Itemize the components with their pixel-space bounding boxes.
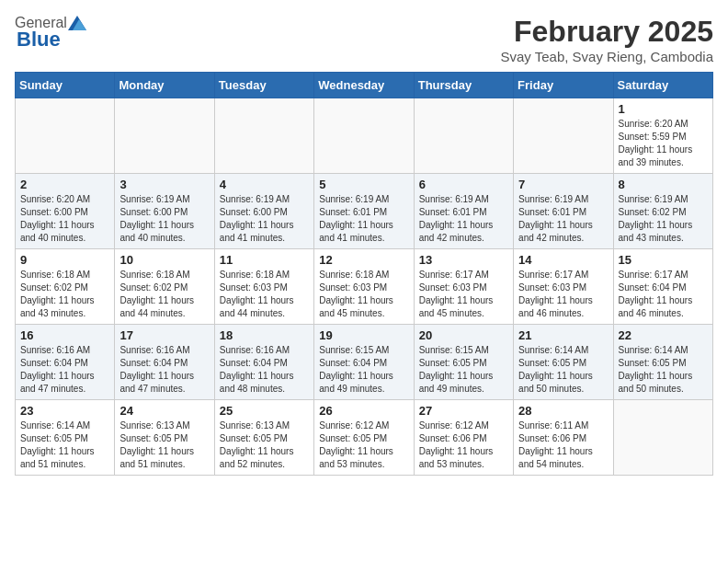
calendar-day-cell: 20Sunrise: 6:15 AM Sunset: 6:05 PM Dayli… [414, 325, 513, 400]
day-number: 17 [119, 328, 209, 342]
weekday-header-saturday: Saturday [613, 73, 712, 98]
calendar-day-cell: 23Sunrise: 6:14 AM Sunset: 6:05 PM Dayli… [16, 400, 115, 476]
calendar-day-cell: 15Sunrise: 6:17 AM Sunset: 6:04 PM Dayli… [613, 249, 712, 325]
day-number: 25 [220, 404, 309, 418]
day-number: 10 [119, 253, 209, 267]
calendar-day-cell: 4Sunrise: 6:19 AM Sunset: 6:00 PM Daylig… [214, 174, 313, 249]
day-info: Sunrise: 6:19 AM Sunset: 6:01 PM Dayligh… [419, 193, 508, 245]
calendar-day-cell: 24Sunrise: 6:13 AM Sunset: 6:05 PM Dayli… [115, 400, 214, 476]
day-info: Sunrise: 6:17 AM Sunset: 6:04 PM Dayligh… [619, 269, 708, 320]
calendar-week-row: 9Sunrise: 6:18 AM Sunset: 6:02 PM Daylig… [16, 249, 713, 325]
day-info: Sunrise: 6:12 AM Sunset: 6:05 PM Dayligh… [319, 419, 408, 471]
calendar-day-cell: 27Sunrise: 6:12 AM Sunset: 6:06 PM Dayli… [414, 400, 513, 476]
day-number: 18 [220, 328, 309, 342]
weekday-header-tuesday: Tuesday [214, 73, 313, 98]
calendar-day-cell: 28Sunrise: 6:11 AM Sunset: 6:06 PM Dayli… [514, 400, 613, 476]
calendar-day-cell: 17Sunrise: 6:16 AM Sunset: 6:04 PM Dayli… [115, 325, 214, 400]
day-info: Sunrise: 6:13 AM Sunset: 6:05 PM Dayligh… [119, 419, 209, 471]
day-info: Sunrise: 6:19 AM Sunset: 6:02 PM Dayligh… [619, 193, 708, 245]
day-info: Sunrise: 6:16 AM Sunset: 6:04 PM Dayligh… [20, 344, 109, 396]
day-number: 16 [20, 328, 109, 342]
day-number: 14 [518, 253, 608, 267]
calendar-day-cell: 22Sunrise: 6:14 AM Sunset: 6:05 PM Dayli… [613, 325, 712, 400]
day-info: Sunrise: 6:19 AM Sunset: 6:00 PM Dayligh… [119, 193, 209, 245]
calendar-day-cell: 16Sunrise: 6:16 AM Sunset: 6:04 PM Dayli… [16, 325, 115, 400]
calendar-day-cell [514, 98, 613, 174]
day-info: Sunrise: 6:13 AM Sunset: 6:05 PM Dayligh… [220, 419, 309, 471]
day-info: Sunrise: 6:15 AM Sunset: 6:05 PM Dayligh… [419, 344, 508, 396]
title-block: February 2025 Svay Teab, Svay Rieng, Cam… [500, 15, 713, 64]
day-info: Sunrise: 6:14 AM Sunset: 6:05 PM Dayligh… [20, 419, 109, 471]
day-info: Sunrise: 6:14 AM Sunset: 6:05 PM Dayligh… [518, 344, 608, 396]
calendar-week-row: 23Sunrise: 6:14 AM Sunset: 6:05 PM Dayli… [16, 400, 713, 476]
logo: General Blue [15, 15, 87, 52]
day-number: 27 [419, 404, 508, 418]
day-info: Sunrise: 6:17 AM Sunset: 6:03 PM Dayligh… [518, 269, 608, 320]
day-number: 12 [319, 253, 408, 267]
day-info: Sunrise: 6:16 AM Sunset: 6:04 PM Dayligh… [119, 344, 209, 396]
calendar-day-cell [414, 98, 513, 174]
weekday-header-sunday: Sunday [16, 73, 115, 98]
calendar-day-cell [16, 98, 115, 174]
day-number: 21 [518, 328, 608, 342]
day-number: 24 [119, 404, 209, 418]
day-number: 15 [619, 253, 708, 267]
day-number: 23 [20, 404, 109, 418]
day-info: Sunrise: 6:18 AM Sunset: 6:03 PM Dayligh… [220, 269, 309, 320]
calendar-day-cell: 7Sunrise: 6:19 AM Sunset: 6:01 PM Daylig… [514, 174, 613, 249]
day-info: Sunrise: 6:19 AM Sunset: 6:01 PM Dayligh… [319, 193, 408, 245]
calendar-day-cell [115, 98, 214, 174]
day-number: 4 [220, 178, 309, 191]
day-info: Sunrise: 6:20 AM Sunset: 6:00 PM Dayligh… [20, 193, 109, 245]
day-number: 13 [419, 253, 508, 267]
day-number: 1 [619, 102, 708, 116]
day-info: Sunrise: 6:11 AM Sunset: 6:06 PM Dayligh… [518, 419, 608, 471]
day-number: 8 [619, 178, 708, 191]
weekday-header-friday: Friday [514, 73, 613, 98]
weekday-header-monday: Monday [115, 73, 214, 98]
day-number: 20 [419, 328, 508, 342]
day-info: Sunrise: 6:15 AM Sunset: 6:04 PM Dayligh… [319, 344, 408, 396]
day-info: Sunrise: 6:17 AM Sunset: 6:03 PM Dayligh… [419, 269, 508, 320]
day-info: Sunrise: 6:14 AM Sunset: 6:05 PM Dayligh… [619, 344, 708, 396]
day-number: 28 [518, 404, 608, 418]
calendar-day-cell: 8Sunrise: 6:19 AM Sunset: 6:02 PM Daylig… [613, 174, 712, 249]
calendar-table: SundayMondayTuesdayWednesdayThursdayFrid… [15, 72, 713, 476]
calendar-day-cell: 2Sunrise: 6:20 AM Sunset: 6:00 PM Daylig… [16, 174, 115, 249]
calendar-day-cell [214, 98, 313, 174]
day-number: 26 [319, 404, 408, 418]
calendar-day-cell: 25Sunrise: 6:13 AM Sunset: 6:05 PM Dayli… [214, 400, 313, 476]
day-number: 2 [20, 178, 109, 191]
day-info: Sunrise: 6:20 AM Sunset: 5:59 PM Dayligh… [619, 118, 708, 169]
calendar-day-cell: 19Sunrise: 6:15 AM Sunset: 6:04 PM Dayli… [314, 325, 414, 400]
day-number: 6 [419, 178, 508, 191]
calendar-day-cell: 26Sunrise: 6:12 AM Sunset: 6:05 PM Dayli… [314, 400, 414, 476]
calendar-day-cell [613, 400, 712, 476]
weekday-header-wednesday: Wednesday [314, 73, 414, 98]
calendar-week-row: 2Sunrise: 6:20 AM Sunset: 6:00 PM Daylig… [16, 174, 713, 249]
day-info: Sunrise: 6:19 AM Sunset: 6:00 PM Dayligh… [220, 193, 309, 245]
month-title: February 2025 [500, 15, 713, 49]
calendar-week-row: 16Sunrise: 6:16 AM Sunset: 6:04 PM Dayli… [16, 325, 713, 400]
logo-blue-text: Blue [17, 28, 61, 52]
calendar-week-row: 1Sunrise: 6:20 AM Sunset: 5:59 PM Daylig… [16, 98, 713, 174]
calendar-day-cell: 6Sunrise: 6:19 AM Sunset: 6:01 PM Daylig… [414, 174, 513, 249]
calendar-day-cell: 18Sunrise: 6:16 AM Sunset: 6:04 PM Dayli… [214, 325, 313, 400]
day-info: Sunrise: 6:18 AM Sunset: 6:02 PM Dayligh… [119, 269, 209, 320]
logo-icon [68, 16, 86, 30]
calendar-day-cell: 1Sunrise: 6:20 AM Sunset: 5:59 PM Daylig… [613, 98, 712, 174]
calendar-day-cell: 10Sunrise: 6:18 AM Sunset: 6:02 PM Dayli… [115, 249, 214, 325]
day-info: Sunrise: 6:18 AM Sunset: 6:02 PM Dayligh… [20, 269, 109, 320]
calendar-day-cell [314, 98, 414, 174]
calendar-day-cell: 12Sunrise: 6:18 AM Sunset: 6:03 PM Dayli… [314, 249, 414, 325]
calendar-day-cell: 14Sunrise: 6:17 AM Sunset: 6:03 PM Dayli… [514, 249, 613, 325]
day-number: 7 [518, 178, 608, 191]
day-number: 5 [319, 178, 408, 191]
calendar-day-cell: 21Sunrise: 6:14 AM Sunset: 6:05 PM Dayli… [514, 325, 613, 400]
day-info: Sunrise: 6:12 AM Sunset: 6:06 PM Dayligh… [419, 419, 508, 471]
page-header: General Blue February 2025 Svay Teab, Sv… [15, 15, 713, 64]
day-info: Sunrise: 6:18 AM Sunset: 6:03 PM Dayligh… [319, 269, 408, 320]
day-info: Sunrise: 6:16 AM Sunset: 6:04 PM Dayligh… [220, 344, 309, 396]
day-info: Sunrise: 6:19 AM Sunset: 6:01 PM Dayligh… [518, 193, 608, 245]
day-number: 9 [20, 253, 109, 267]
